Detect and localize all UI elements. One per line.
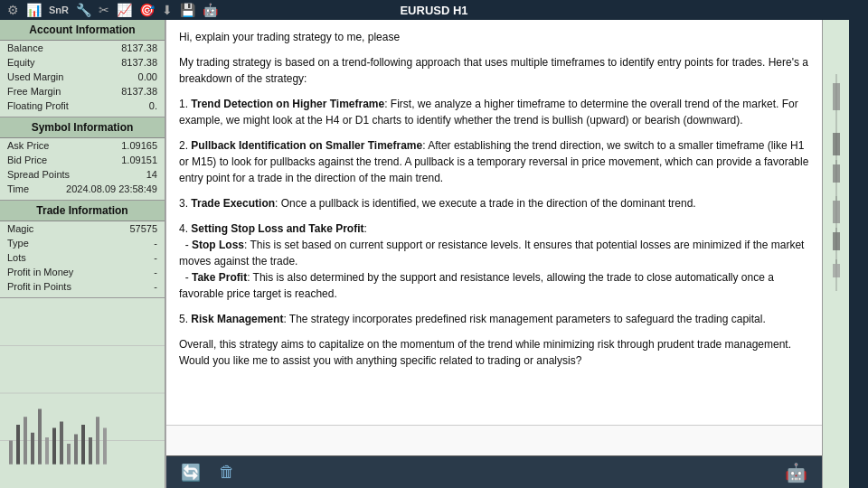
- chat-message-4: 2. Pullback Identification on Smaller Ti…: [179, 137, 809, 186]
- lots-row: Lots -: [0, 250, 165, 265]
- bid-price-value: 1.09151: [121, 155, 157, 165]
- used-margin-label: Used Margin: [7, 71, 63, 82]
- svg-rect-15: [89, 437, 92, 465]
- svg-rect-11: [60, 422, 63, 465]
- free-margin-value: 8137.38: [121, 86, 157, 97]
- svg-rect-28: [833, 232, 840, 250]
- svg-rect-20: [833, 83, 840, 110]
- magic-label: Magic: [7, 223, 33, 234]
- profit-points-row: Profit in Points -: [0, 279, 165, 294]
- bid-price-label: Bid Price: [7, 155, 47, 165]
- svg-rect-10: [52, 428, 56, 465]
- svg-rect-14: [81, 425, 85, 465]
- bottom-chart: [0, 298, 165, 488]
- delete-icon[interactable]: 🗑: [219, 463, 235, 483]
- spread-row: Spread Points 14: [0, 167, 165, 182]
- time-value: 2024.08.09 23:58:49: [66, 183, 157, 194]
- free-margin-row: Free Margin 8137.38: [0, 84, 165, 99]
- trade-section: Trade Information Magic 57575 Type - Lot…: [0, 201, 165, 298]
- tools-icon[interactable]: 🔧: [76, 3, 91, 17]
- chat-panel: Hi, explain your trading strategy to me,…: [165, 20, 822, 488]
- chat-message-8: Overall, this strategy aims to capitaliz…: [179, 336, 809, 369]
- profit-points-label: Profit in Points: [7, 281, 71, 292]
- svg-rect-17: [103, 428, 107, 465]
- time-label: Time: [7, 183, 29, 194]
- chat-message-3: 1. Trend Detection on Higher Timeframe: …: [179, 96, 809, 128]
- chat-message-2: My trading strategy is based on a trend-…: [179, 54, 809, 87]
- trade-header: Trade Information: [0, 201, 165, 221]
- svg-rect-6: [24, 417, 27, 465]
- svg-rect-22: [833, 133, 840, 155]
- robot-icon[interactable]: 🤖: [203, 3, 218, 17]
- main-area: Account Information Balance 8137.38 Equi…: [0, 20, 868, 488]
- spread-label: Spread Points: [7, 169, 70, 180]
- chat-input[interactable]: [174, 429, 815, 449]
- lots-label: Lots: [7, 252, 26, 263]
- chat-message-1: Hi, explain your trading strategy to me,…: [179, 29, 809, 45]
- bid-price-row: Bid Price 1.09151: [0, 153, 165, 167]
- profit-money-row: Profit in Money -: [0, 265, 165, 279]
- account-section: Account Information Balance 8137.38 Equi…: [0, 20, 165, 117]
- chart-title: EURUSD H1: [400, 4, 467, 17]
- svg-rect-16: [96, 417, 99, 465]
- profit-money-value: -: [154, 267, 157, 277]
- balance-row: Balance 8137.38: [0, 41, 165, 55]
- svg-rect-30: [833, 264, 840, 277]
- profit-money-label: Profit in Money: [7, 267, 73, 277]
- balance-value: 8137.38: [121, 42, 157, 53]
- svg-rect-13: [74, 435, 78, 465]
- balance-label: Balance: [7, 42, 43, 53]
- magic-value: 57575: [129, 223, 157, 234]
- equity-label: Equity: [7, 57, 35, 68]
- trend-icon[interactable]: 📈: [117, 3, 132, 17]
- left-panel: Account Information Balance 8137.38 Equi…: [0, 20, 165, 488]
- time-row: Time 2024.08.09 23:58:49: [0, 182, 165, 196]
- free-margin-label: Free Margin: [7, 86, 61, 97]
- svg-rect-4: [9, 441, 13, 465]
- spread-value: 14: [146, 169, 157, 180]
- account-header: Account Information: [0, 20, 165, 41]
- svg-rect-26: [833, 201, 840, 223]
- download-icon[interactable]: ⬇: [162, 3, 173, 17]
- toolbar: ⚙ 📊 SnR 🔧 ✂ 📈 🎯 ⬇ 💾 🤖 EURUSD H1: [0, 0, 868, 20]
- settings-icon[interactable]: ⚙: [7, 3, 19, 17]
- chat-messages[interactable]: Hi, explain your trading strategy to me,…: [166, 20, 822, 425]
- chat-message-6: 4. Setting Stop Loss and Take Profit: - …: [179, 221, 809, 302]
- lots-value: -: [154, 252, 157, 263]
- ask-price-value: 1.09165: [121, 140, 157, 151]
- ask-price-row: Ask Price 1.09165: [0, 138, 165, 153]
- used-margin-value: 0.00: [138, 71, 157, 82]
- type-row: Type -: [0, 236, 165, 250]
- refresh-icon[interactable]: 🔄: [181, 463, 201, 483]
- target-icon[interactable]: 🎯: [139, 3, 155, 17]
- floating-profit-value: 0.: [149, 100, 157, 111]
- used-margin-row: Used Margin 0.00: [0, 70, 165, 84]
- svg-rect-24: [833, 164, 840, 183]
- profit-points-value: -: [154, 281, 157, 292]
- ask-price-label: Ask Price: [7, 140, 49, 151]
- svg-rect-9: [45, 437, 49, 465]
- symbol-section: Symbol Information Ask Price 1.09165 Bid…: [0, 117, 165, 201]
- scissors-icon[interactable]: ✂: [99, 3, 109, 17]
- chart-icon[interactable]: 📊: [26, 3, 42, 17]
- svg-rect-12: [67, 444, 71, 465]
- save-icon[interactable]: 💾: [180, 3, 195, 17]
- equity-row: Equity 8137.38: [0, 55, 165, 70]
- svg-rect-8: [38, 409, 42, 465]
- chat-message-5: 3. Trade Execution: Once a pullback is i…: [179, 195, 809, 211]
- type-value: -: [154, 238, 157, 249]
- candlestick-area: [823, 20, 849, 488]
- symbol-header: Symbol Information: [0, 117, 165, 138]
- chat-input-area[interactable]: [166, 425, 822, 455]
- floating-profit-label: Floating Profit: [7, 100, 69, 111]
- svg-rect-5: [16, 425, 20, 465]
- right-chart: [822, 20, 849, 488]
- chat-message-7: 5. Risk Management: The strategy incorpo…: [179, 311, 809, 327]
- ai-icon[interactable]: 🤖: [785, 463, 807, 483]
- snr-label[interactable]: SnR: [49, 5, 69, 15]
- equity-value: 8137.38: [121, 57, 157, 68]
- chat-toolbar: 🔄 🗑 🤖: [166, 455, 822, 488]
- svg-rect-7: [31, 433, 34, 465]
- type-label: Type: [7, 238, 29, 249]
- magic-row: Magic 57575: [0, 221, 165, 236]
